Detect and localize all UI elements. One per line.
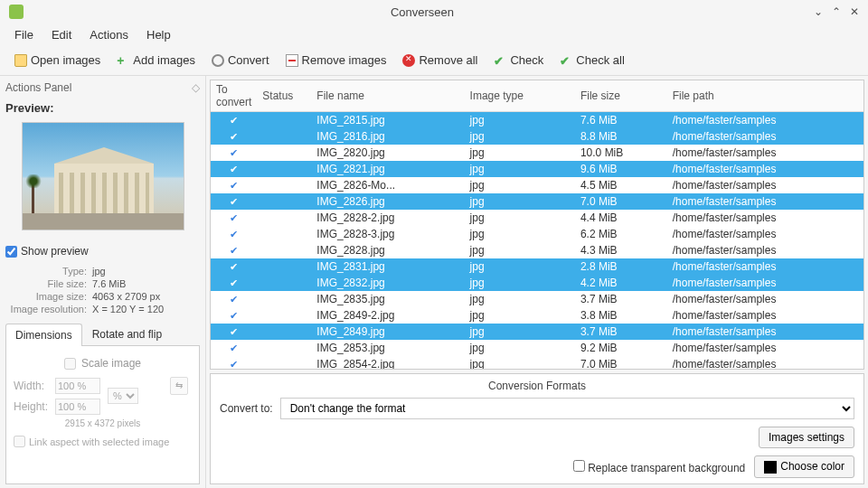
- checkmark-icon[interactable]: ✔: [230, 277, 238, 288]
- menu-actions[interactable]: Actions: [82, 26, 136, 43]
- maximize-icon[interactable]: ⌃: [832, 5, 841, 18]
- col-filename[interactable]: File name: [311, 80, 464, 112]
- cell-path: /home/faster/samples: [667, 340, 863, 356]
- cell-filename: IMG_2853.jpg: [311, 340, 464, 356]
- table-row[interactable]: ✔IMG_2816.jpgjpg8.8 MiB/home/faster/samp…: [211, 128, 863, 145]
- col-filepath[interactable]: File path: [667, 80, 863, 112]
- cell-path: /home/faster/samples: [667, 177, 863, 193]
- table-row[interactable]: ✔IMG_2820.jpgjpg10.0 MiB/home/faster/sam…: [211, 145, 863, 161]
- height-input[interactable]: [55, 399, 100, 415]
- cell-filename: IMG_2828.jpg: [311, 242, 464, 258]
- cell-filename: IMG_2820.jpg: [311, 145, 464, 161]
- cell-path: /home/faster/samples: [667, 291, 863, 307]
- checkmark-icon[interactable]: ✔: [230, 326, 238, 337]
- tab-rotate-flip[interactable]: Rotate and flip: [82, 323, 172, 345]
- cell-path: /home/faster/samples: [667, 307, 863, 324]
- checkmark-icon[interactable]: ✔: [230, 229, 238, 239]
- col-convert[interactable]: To convert: [211, 80, 257, 112]
- meta-resolution: X = 120 Y = 120: [92, 304, 164, 314]
- cell-type: jpg: [465, 307, 575, 324]
- check-button[interactable]: ✔Check: [486, 51, 551, 70]
- conversion-panel: Conversion Formats Convert to: Don't cha…: [210, 373, 864, 484]
- cell-filename: IMG_2821.jpg: [311, 161, 464, 177]
- table-row[interactable]: ✔IMG_2835.jpgjpg3.7 MiB/home/faster/samp…: [211, 291, 863, 307]
- preview-image: [22, 122, 184, 230]
- cell-size: 7.0 MiB: [575, 356, 667, 370]
- table-row[interactable]: ✔IMG_2826-Mo...jpg4.5 MiB/home/faster/sa…: [211, 177, 863, 193]
- table-row[interactable]: ✔IMG_2853.jpgjpg9.2 MiB/home/faster/samp…: [211, 340, 863, 356]
- table-row[interactable]: ✔IMG_2828-3.jpgjpg6.2 MiB/home/faster/sa…: [211, 226, 863, 242]
- checkmark-icon[interactable]: ✔: [230, 212, 238, 223]
- cell-path: /home/faster/samples: [667, 128, 863, 145]
- table-row[interactable]: ✔IMG_2849-2.jpgjpg3.8 MiB/home/faster/sa…: [211, 307, 863, 324]
- images-settings-button[interactable]: Images settings: [759, 427, 854, 448]
- checkmark-icon[interactable]: ✔: [230, 115, 238, 126]
- checkmark-icon[interactable]: ✔: [230, 343, 238, 353]
- cell-size: 3.7 MiB: [575, 324, 667, 340]
- tab-dimensions[interactable]: Dimensions: [5, 324, 82, 346]
- cell-type: jpg: [465, 128, 575, 145]
- cell-path: /home/faster/samples: [667, 275, 863, 291]
- cell-type: jpg: [465, 112, 575, 129]
- table-row[interactable]: ✔IMG_2831.jpgjpg2.8 MiB/home/faster/samp…: [211, 258, 863, 275]
- menu-help[interactable]: Help: [139, 26, 178, 43]
- table-row[interactable]: ✔IMG_2849.jpgjpg3.7 MiB/home/faster/samp…: [211, 324, 863, 340]
- cell-size: 3.7 MiB: [575, 291, 667, 307]
- checkmark-icon[interactable]: ✔: [230, 164, 238, 174]
- table-row[interactable]: ✔IMG_2826.jpgjpg7.0 MiB/home/faster/samp…: [211, 193, 863, 210]
- checkmark-icon[interactable]: ✔: [230, 310, 238, 321]
- file-table[interactable]: To convert Status File name Image type F…: [210, 80, 864, 370]
- cell-size: 3.8 MiB: [575, 307, 667, 324]
- table-row[interactable]: ✔IMG_2815.jpgjpg7.6 MiB/home/faster/samp…: [211, 112, 863, 129]
- cell-size: 4.5 MiB: [575, 177, 667, 193]
- table-row[interactable]: ✔IMG_2854-2.jpgjpg7.0 MiB/home/faster/sa…: [211, 356, 863, 370]
- checkmark-icon[interactable]: ✔: [230, 261, 238, 272]
- app-icon: [9, 5, 24, 19]
- window-title: Converseen: [31, 5, 814, 19]
- check-all-button[interactable]: ✔Check all: [552, 51, 631, 70]
- cell-path: /home/faster/samples: [667, 356, 863, 370]
- cell-filename: IMG_2831.jpg: [311, 258, 464, 275]
- table-row[interactable]: ✔IMG_2828.jpgjpg4.3 MiB/home/faster/samp…: [211, 242, 863, 258]
- table-row[interactable]: ✔IMG_2828-2.jpgjpg4.4 MiB/home/faster/sa…: [211, 210, 863, 226]
- cell-size: 7.6 MiB: [575, 112, 667, 129]
- panel-collapse-icon[interactable]: ◇: [192, 81, 200, 94]
- choose-color-button[interactable]: Choose color: [754, 455, 854, 478]
- open-images-button[interactable]: Open images: [7, 51, 108, 70]
- convert-button[interactable]: Convert: [204, 51, 277, 70]
- cell-type: jpg: [465, 242, 575, 258]
- table-row[interactable]: ✔IMG_2821.jpgjpg9.6 MiB/home/faster/samp…: [211, 161, 863, 177]
- checkmark-icon[interactable]: ✔: [230, 359, 238, 370]
- link-aspect-checkbox[interactable]: [14, 436, 25, 447]
- col-imagetype[interactable]: Image type: [465, 80, 575, 112]
- scale-image-checkbox[interactable]: [64, 358, 76, 370]
- table-row[interactable]: ✔IMG_2832.jpgjpg4.2 MiB/home/faster/samp…: [211, 275, 863, 291]
- col-filesize[interactable]: File size: [575, 80, 667, 112]
- cell-type: jpg: [465, 161, 575, 177]
- menu-file[interactable]: File: [7, 26, 41, 43]
- minimize-icon[interactable]: ⌄: [814, 5, 823, 18]
- remove-images-button[interactable]: Remove images: [278, 51, 394, 70]
- close-icon[interactable]: ✕: [850, 5, 859, 18]
- checkmark-icon[interactable]: ✔: [230, 294, 238, 305]
- convert-to-select[interactable]: Don't change the format: [280, 398, 854, 419]
- checkmark-icon[interactable]: ✔: [230, 180, 238, 191]
- replace-bg-checkbox[interactable]: Replace transparent background: [573, 460, 745, 474]
- cell-size: 4.3 MiB: [575, 242, 667, 258]
- checkmark-icon[interactable]: ✔: [230, 131, 238, 142]
- cell-path: /home/faster/samples: [667, 161, 863, 177]
- swap-button[interactable]: ⇆: [170, 377, 188, 395]
- menu-edit[interactable]: Edit: [44, 26, 79, 43]
- cell-size: 6.2 MiB: [575, 226, 667, 242]
- preview-label: Preview:: [5, 98, 200, 122]
- col-status[interactable]: Status: [257, 80, 311, 112]
- add-images-button[interactable]: +Add images: [109, 51, 203, 70]
- conversion-title: Conversion Formats: [220, 380, 854, 398]
- checkmark-icon[interactable]: ✔: [230, 147, 238, 158]
- unit-select[interactable]: %: [108, 388, 138, 404]
- width-input[interactable]: [55, 378, 100, 394]
- checkmark-icon[interactable]: ✔: [230, 196, 238, 207]
- checkmark-icon[interactable]: ✔: [230, 245, 238, 256]
- remove-all-button[interactable]: Remove all: [395, 51, 485, 70]
- show-preview-checkbox[interactable]: Show preview: [5, 241, 200, 265]
